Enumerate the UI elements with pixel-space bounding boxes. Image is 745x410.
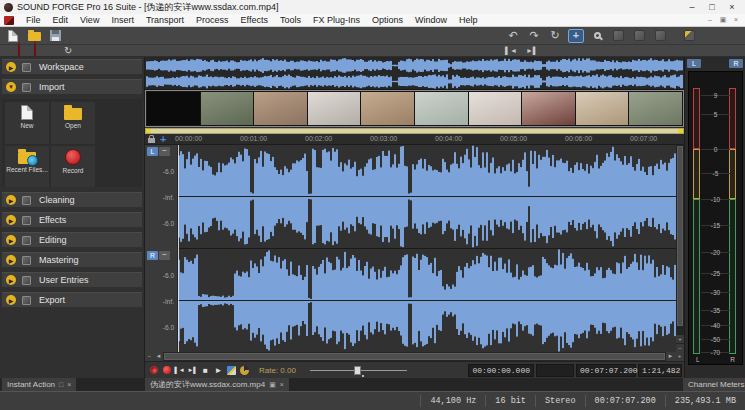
maximize-icon[interactable]: □: [703, 2, 721, 12]
pan-cross-icon[interactable]: +: [160, 133, 166, 145]
meter-right-button[interactable]: R: [729, 59, 743, 68]
redo-button[interactable]: ↷: [526, 29, 542, 43]
magnify-tool-button[interactable]: [589, 29, 605, 43]
rate-slider[interactable]: [310, 364, 407, 377]
menu-item[interactable]: Process: [190, 15, 235, 25]
sidebar-section-import[interactable]: ▼ Import: [2, 79, 142, 94]
loop-end-marker[interactable]: [678, 129, 683, 133]
meter-body[interactable]: 9 5 0 -5: [688, 71, 743, 365]
go-to-end-icon[interactable]: ►▌: [526, 47, 538, 54]
repeat-button[interactable]: ↻: [547, 29, 563, 43]
chevron-right-icon: ▶: [6, 195, 16, 205]
sidebar-section-export[interactable]: ▶ Export: [2, 292, 142, 307]
minimize-channel-icon[interactable]: −: [159, 251, 170, 260]
go-to-start-icon[interactable]: ▌◄: [505, 47, 517, 54]
sidebar-section-mastering[interactable]: ▶ Mastering: [2, 252, 142, 267]
menu-item[interactable]: Transport: [140, 15, 190, 25]
sidebar-section-editing[interactable]: ▶ Editing: [2, 232, 142, 247]
menu-item[interactable]: Tools: [274, 15, 307, 25]
minimize-channel-icon[interactable]: −: [159, 147, 170, 156]
import-action-button[interactable]: New: [5, 102, 49, 144]
menu-item[interactable]: View: [74, 15, 105, 25]
scroll-handle[interactable]: [164, 353, 665, 360]
loop-start-marker[interactable]: [146, 129, 151, 133]
scroll-right-icon[interactable]: ►: [666, 352, 675, 361]
vertical-scroll-handle[interactable]: [677, 146, 683, 326]
menu-item[interactable]: Edit: [47, 15, 75, 25]
import-action-button[interactable]: Record: [51, 146, 95, 187]
import-action-button[interactable]: Open: [51, 102, 95, 144]
record-button[interactable]: [160, 364, 173, 377]
import-action-button[interactable]: Recent Files...: [5, 146, 49, 187]
sidebar-section-label: Workspace: [39, 62, 84, 72]
menu-item[interactable]: Effects: [235, 15, 274, 25]
tab-instant-action[interactable]: Instant Action □ ×: [2, 378, 76, 391]
zoom-in-vertical-icon[interactable]: +: [676, 335, 684, 343]
zoom-out-vertical-icon[interactable]: −: [676, 344, 684, 352]
db-label: -6.0: [163, 272, 174, 279]
pencil-tool-button[interactable]: [631, 29, 647, 43]
restore-icon[interactable]: ▣: [269, 381, 276, 389]
tab-channel-meters[interactable]: Channel Meters □: [683, 378, 745, 391]
sidebar-section-effects[interactable]: ▶ Effects: [2, 212, 142, 227]
tab-label: 伪递的安详www.ssdax.com.mp4: [150, 379, 265, 390]
vertical-scrollbar[interactable]: + −: [676, 145, 684, 352]
waveform-display[interactable]: [178, 145, 676, 352]
play-button[interactable]: ►: [212, 364, 225, 377]
left-channel-badge[interactable]: L: [147, 147, 158, 156]
menu-item[interactable]: FX Plug-Ins: [307, 15, 366, 25]
child-restore-icon[interactable]: ▣: [718, 16, 728, 24]
ruler-tick-label: 00:02:00: [305, 135, 332, 142]
menu-item[interactable]: Options: [366, 15, 409, 25]
undo-button[interactable]: ↶: [505, 29, 521, 43]
sidebar-section-workspace[interactable]: ▶ Workspace: [2, 59, 142, 74]
child-minimize-icon[interactable]: –: [705, 16, 715, 24]
tab-document[interactable]: 伪递的安详www.ssdax.com.mp4 ▣ ×: [145, 378, 289, 391]
previous-button[interactable]: ▌◄: [173, 364, 186, 377]
waveform-right-channel[interactable]: [178, 249, 676, 352]
rate-slider-handle[interactable]: [354, 366, 361, 375]
pie-playback-icon: [240, 366, 249, 375]
sidebar-section-user-entries[interactable]: ▶ User Entries: [2, 272, 142, 287]
zoom-in-icon[interactable]: +: [675, 352, 684, 361]
float-icon[interactable]: □: [59, 381, 63, 388]
next-button[interactable]: ►▌: [186, 364, 199, 377]
envelope-tool-button[interactable]: [652, 29, 668, 43]
stop-button[interactable]: ■: [199, 364, 212, 377]
chevron-right-icon: ▶: [6, 235, 16, 245]
waveform-left-channel[interactable]: [178, 145, 676, 248]
event-tool-button[interactable]: [610, 29, 626, 43]
scroll-track[interactable]: [164, 353, 665, 360]
record-remote-button[interactable]: [147, 364, 160, 377]
menu-item[interactable]: Help: [453, 15, 484, 25]
sidebar-section-cleaning[interactable]: ▶ Cleaning: [2, 192, 142, 207]
save-button[interactable]: [47, 29, 63, 43]
meter-scale-label: -30: [689, 289, 742, 296]
meter-scale-label: -50: [689, 336, 742, 343]
playback-options-button[interactable]: [238, 364, 251, 377]
right-channel-badge[interactable]: R: [147, 251, 158, 260]
close-icon[interactable]: ×: [280, 381, 284, 388]
menu-item[interactable]: File: [20, 15, 47, 25]
close-icon[interactable]: ×: [67, 381, 71, 388]
menu-item[interactable]: Insert: [105, 15, 140, 25]
pencil-edit-button[interactable]: [225, 364, 238, 377]
refresh-icon[interactable]: ↻: [64, 46, 72, 56]
close-icon[interactable]: ×: [723, 2, 741, 12]
minimize-icon[interactable]: –: [683, 2, 701, 12]
import-action-icon: [18, 152, 36, 164]
time-ruler[interactable]: + 00:00:0000:01:0000:02:0000:03:0000:04:…: [145, 134, 684, 145]
horizontal-scrollbar[interactable]: − ◄ ► +: [145, 352, 684, 361]
video-strip[interactable]: [145, 90, 684, 127]
snap-button[interactable]: [681, 29, 697, 43]
scroll-left-icon[interactable]: ◄: [154, 352, 163, 361]
import-icon: [22, 83, 31, 92]
child-close-icon[interactable]: ×: [731, 16, 741, 24]
meter-left-button[interactable]: L: [687, 59, 701, 68]
overview-waveform[interactable]: [145, 57, 684, 90]
zoom-out-icon[interactable]: −: [145, 352, 154, 361]
transport-toolbar: ↻ ▌◄ ►▌: [0, 45, 745, 57]
edit-tool-button[interactable]: +: [568, 29, 584, 43]
ruler-tick-label: 00:07:00: [630, 135, 657, 142]
menu-item[interactable]: Window: [409, 15, 453, 25]
